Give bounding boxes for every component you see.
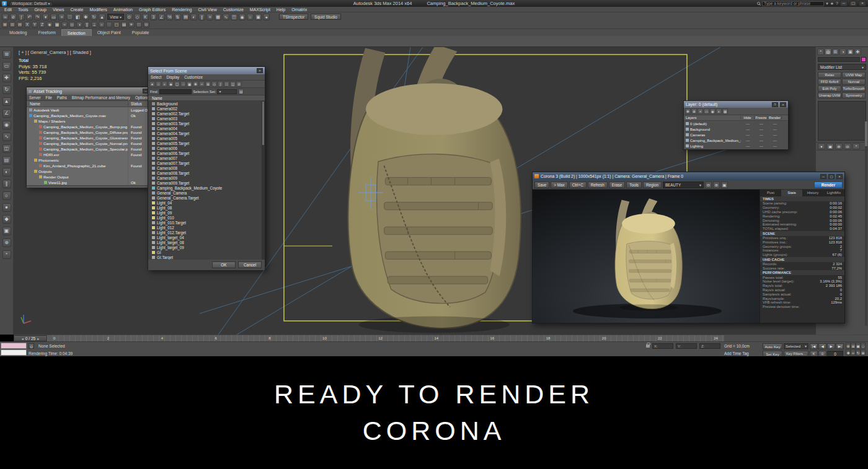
menu-item[interactable]: MAXScript bbox=[247, 7, 273, 12]
select-from-scene-titlebar[interactable]: Select From Scene bbox=[148, 67, 265, 74]
keyboard-override-icon[interactable]: K bbox=[142, 14, 149, 20]
column-status[interactable]: Status bbox=[128, 102, 142, 106]
schematic-view-icon[interactable]: ◫ bbox=[231, 14, 237, 20]
display-groups-icon[interactable]: ⊞ bbox=[205, 81, 211, 87]
select-and-link-icon[interactable]: ∞ bbox=[2, 14, 9, 20]
scene-object-row[interactable]: Background bbox=[148, 101, 265, 106]
minimize-button[interactable] bbox=[820, 174, 826, 179]
scene-object-row[interactable]: Camera008 bbox=[148, 165, 265, 170]
dialog-menu-item[interactable]: Display bbox=[164, 75, 182, 79]
camera-icon[interactable]: ▣ bbox=[2, 227, 11, 235]
play-icon[interactable]: ▶ bbox=[827, 343, 835, 349]
configure-modifier-sets-icon[interactable]: * bbox=[852, 143, 860, 149]
display-floater-icon[interactable]: ▢ bbox=[113, 22, 120, 28]
selection-set-combo[interactable] bbox=[217, 89, 237, 94]
schematic-icon[interactable]: ◫ bbox=[2, 144, 11, 153]
close-button[interactable] bbox=[780, 102, 786, 107]
layer-row[interactable]: Cameras ——— bbox=[684, 132, 788, 138]
axis-z-icon[interactable]: Z bbox=[39, 22, 45, 28]
key-mode-toggle-icon[interactable]: K bbox=[810, 351, 818, 357]
modifier-button[interactable]: Relax bbox=[818, 72, 841, 78]
infocenter-search-input[interactable] bbox=[762, 1, 824, 6]
asset-row[interactable]: Kim_Amland_Photographic_21.cube Found bbox=[27, 163, 167, 169]
use-pivot-point-icon[interactable]: ⊙ bbox=[126, 14, 133, 20]
asset-tracking-menu-item[interactable]: Paths bbox=[55, 95, 69, 100]
display-none-icon[interactable]: ○ bbox=[156, 81, 161, 87]
scene-object-row[interactable]: GI.Target bbox=[148, 255, 265, 260]
list-scrollbar[interactable] bbox=[262, 101, 265, 260]
ribbon-tab[interactable]: Selection bbox=[61, 29, 92, 36]
auto-key-button[interactable]: Auto Key bbox=[763, 343, 782, 349]
display-bones-icon[interactable]: ∫ bbox=[218, 81, 223, 87]
object-name-field[interactable] bbox=[818, 57, 860, 62]
layer-properties-icon[interactable]: ▤ bbox=[121, 22, 127, 28]
redo-icon[interactable]: ↷ bbox=[34, 14, 41, 20]
time-configuration-icon[interactable]: ⊙ bbox=[818, 351, 826, 357]
scene-object-row[interactable]: Camera004 bbox=[148, 126, 265, 131]
help-button[interactable]: ? bbox=[772, 102, 778, 107]
render-production-icon[interactable]: ● bbox=[263, 14, 270, 20]
freeze-all-layers-icon[interactable]: ▦ bbox=[722, 108, 728, 114]
scene-object-row[interactable]: Light_012 bbox=[148, 225, 265, 230]
previous-frame-icon[interactable]: ◀ bbox=[818, 343, 826, 349]
window-resize-bar[interactable] bbox=[27, 185, 167, 188]
axis-plane-icon[interactable]: ◈ bbox=[46, 22, 53, 28]
move-icon[interactable]: ✚ bbox=[2, 74, 11, 82]
window-crossing-icon[interactable]: ◧ bbox=[74, 14, 81, 20]
dialog-menu-item[interactable]: Customize bbox=[182, 75, 205, 79]
material-editor-icon[interactable]: ◉ bbox=[239, 14, 246, 20]
plugin-toolbar-button[interactable]: TSInspector bbox=[279, 14, 308, 20]
menu-item[interactable]: Graph Editors bbox=[136, 7, 169, 12]
layer-column-header[interactable]: Render bbox=[768, 116, 782, 120]
normal-align-icon[interactable]: ⊥ bbox=[91, 22, 97, 28]
modifier-button[interactable]: FFD 4x4x4 bbox=[818, 79, 841, 85]
graphite-ribbon-icon[interactable]: ▦ bbox=[215, 14, 221, 20]
delete-layer-icon[interactable]: × bbox=[698, 108, 703, 114]
scene-object-row[interactable]: General_Camera bbox=[148, 190, 265, 195]
material-editor-icon[interactable]: ◉ bbox=[2, 121, 11, 129]
scene-object-row[interactable]: GI bbox=[148, 250, 265, 255]
axis-x-icon[interactable]: X bbox=[24, 22, 30, 28]
display-frozen-icon[interactable]: ◫ bbox=[230, 81, 236, 87]
current-frame-field[interactable]: 0 bbox=[827, 351, 843, 357]
scene-object-row[interactable]: Camera002 bbox=[148, 106, 265, 111]
menu-item[interactable]: Help bbox=[273, 7, 288, 12]
scene-object-row[interactable]: Camera009.Target bbox=[148, 180, 265, 185]
maximize-viewport-toggle-icon[interactable]: ⊠ bbox=[861, 349, 866, 356]
field-of-view-icon[interactable]: ◇ bbox=[861, 343, 866, 349]
asset-row[interactable]: Maps / Shaders bbox=[27, 118, 167, 124]
pan-view-icon[interactable]: ✚ bbox=[846, 349, 851, 356]
modifier-button[interactable]: Normal bbox=[842, 79, 866, 85]
light-icon[interactable]: ◆ bbox=[2, 215, 11, 224]
maximize-button[interactable] bbox=[828, 174, 835, 179]
close-button[interactable] bbox=[257, 68, 263, 73]
edit-named-selection-sets-icon[interactable]: ▤ bbox=[182, 14, 189, 20]
menu-item[interactable]: Views bbox=[50, 7, 68, 12]
zoom-in-icon[interactable]: ⊕ bbox=[713, 182, 720, 188]
curve-editor-icon[interactable]: ∿ bbox=[2, 133, 11, 141]
utilities-tab-icon[interactable]: ✚ bbox=[854, 48, 861, 55]
show-end-result-icon[interactable]: ▣ bbox=[826, 143, 834, 149]
orbit-icon[interactable]: ↻ bbox=[856, 349, 861, 356]
corona-toolbar-button[interactable]: Region bbox=[643, 182, 662, 188]
asset-tracking-menu-item[interactable]: File bbox=[43, 95, 55, 100]
zoom-out-icon[interactable]: ⊖ bbox=[705, 182, 712, 188]
modifier-button[interactable]: TurboSmooth bbox=[842, 85, 866, 92]
favorites-icon[interactable]: ★ bbox=[830, 1, 834, 6]
layer-row[interactable]: Background ——— bbox=[684, 126, 788, 132]
select-and-manipulate-icon[interactable]: ◇ bbox=[134, 14, 141, 20]
maximize-button[interactable] bbox=[849, 1, 857, 6]
go-to-end-icon[interactable]: ▶| bbox=[836, 343, 844, 349]
workspace-selector[interactable]: Workspace: Default bbox=[9, 1, 53, 6]
max-logo-icon[interactable]: 3 bbox=[2, 1, 7, 6]
ribbon-tab[interactable]: Modeling bbox=[4, 29, 32, 36]
snaps-toggle-icon[interactable]: 3 bbox=[150, 14, 157, 20]
panel-scrollbar[interactable] bbox=[865, 121, 867, 326]
layer-icon[interactable]: ▤ bbox=[2, 156, 11, 165]
search-type-caret-icon[interactable]: ▾ bbox=[826, 1, 828, 6]
clone-icon[interactable]: ◎ bbox=[69, 22, 75, 28]
asset-row[interactable]: Camping_Backpack_Medium_Coyote_Glossines… bbox=[27, 135, 167, 141]
menu-item[interactable]: Rendering bbox=[169, 7, 195, 12]
snap-to-edge-icon[interactable]: ⊟ bbox=[17, 22, 23, 28]
curve-editor-icon[interactable]: ∿ bbox=[223, 14, 229, 20]
